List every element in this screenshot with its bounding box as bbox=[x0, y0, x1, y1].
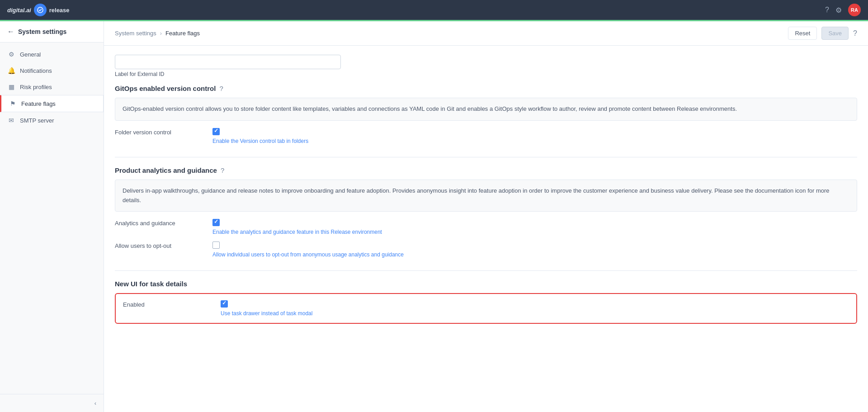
breadcrumb: System settings › Feature flags bbox=[115, 30, 200, 37]
folder-version-control-checkbox[interactable] bbox=[212, 128, 220, 135]
notifications-icon: 🔔 bbox=[7, 67, 15, 74]
analytics-section: Product analytics and guidance ? Deliver… bbox=[115, 166, 857, 258]
sidebar-item-smtp-server[interactable]: ✉ SMTP server bbox=[0, 112, 104, 128]
navbar-left: digital.ai release bbox=[7, 4, 70, 16]
release-label: release bbox=[49, 7, 70, 14]
enabled-row: Enabled Use task drawer instead of task … bbox=[123, 300, 849, 317]
analytics-guidance-control: Enable the analytics and guidance featur… bbox=[212, 219, 382, 235]
user-avatar[interactable]: RA bbox=[848, 4, 861, 16]
analytics-help-icon[interactable]: ? bbox=[221, 166, 224, 174]
help-circle-icon[interactable]: ? bbox=[825, 6, 829, 14]
main-layout: ← System settings ⚙ General 🔔 Notificati… bbox=[0, 21, 868, 412]
content-help-icon[interactable]: ? bbox=[853, 29, 857, 38]
breadcrumb-current: Feature flags bbox=[165, 30, 200, 37]
gitops-description: GitOps-enabled version control allows yo… bbox=[115, 98, 857, 121]
reset-button[interactable]: Reset bbox=[788, 27, 817, 40]
opt-out-checkbox[interactable] bbox=[212, 242, 220, 249]
chevron-left-icon: ‹ bbox=[94, 400, 96, 407]
content-header: System settings › Feature flags Reset Sa… bbox=[104, 21, 868, 46]
navbar-right: ? ⚙ RA bbox=[825, 4, 861, 16]
external-id-input[interactable] bbox=[115, 55, 341, 69]
settings-gear-icon[interactable]: ⚙ bbox=[835, 6, 842, 14]
sidebar-title: System settings bbox=[18, 28, 66, 35]
gitops-section-title: GitOps enabled version control bbox=[115, 85, 216, 92]
opt-out-control: Allow individual users to opt-out from a… bbox=[212, 242, 404, 258]
analytics-section-title: Product analytics and guidance bbox=[115, 166, 217, 174]
sidebar-item-notifications[interactable]: 🔔 Notifications bbox=[0, 62, 104, 79]
header-actions: Reset Save ? bbox=[788, 27, 857, 40]
folder-version-control-control: Enable the Version control tab in folder… bbox=[212, 128, 308, 144]
sidebar-item-risk-profiles[interactable]: ▦ Risk profiles bbox=[0, 79, 104, 95]
opt-out-hint: Allow individual users to opt-out from a… bbox=[212, 251, 404, 258]
content-area: System settings › Feature flags Reset Sa… bbox=[104, 21, 868, 412]
enabled-label: Enabled bbox=[123, 300, 213, 308]
new-ui-section-title: New UI for task details bbox=[115, 280, 187, 288]
analytics-guidance-row: Analytics and guidance Enable the analyt… bbox=[115, 219, 857, 235]
sidebar-item-label: Risk profiles bbox=[20, 84, 52, 90]
external-id-label: Label for External ID bbox=[115, 71, 857, 77]
analytics-description: Delivers in-app walkthroughs, guidance a… bbox=[115, 180, 857, 212]
sidebar-collapse-button[interactable]: ‹ bbox=[0, 394, 104, 412]
brand: digital.ai release bbox=[7, 4, 70, 16]
sidebar-item-label: Feature flags bbox=[21, 100, 56, 107]
sidebar-item-label: Notifications bbox=[20, 67, 52, 74]
analytics-guidance-label: Analytics and guidance bbox=[115, 219, 205, 227]
breadcrumb-parent[interactable]: System settings bbox=[115, 30, 156, 37]
enabled-hint: Use task drawer instead of task modal bbox=[221, 310, 312, 317]
gitops-section: GitOps enabled version control ? GitOps-… bbox=[115, 85, 857, 144]
sidebar-item-general[interactable]: ⚙ General bbox=[0, 46, 104, 62]
save-button[interactable]: Save bbox=[821, 27, 849, 40]
enabled-control: Use task drawer instead of task modal bbox=[221, 300, 312, 317]
folder-version-control-row: Folder version control Enable the Versio… bbox=[115, 128, 857, 144]
new-ui-title-row: New UI for task details bbox=[115, 280, 857, 288]
enabled-checkbox[interactable] bbox=[221, 300, 228, 308]
analytics-guidance-checkbox[interactable] bbox=[212, 219, 220, 226]
risk-profiles-icon: ▦ bbox=[7, 83, 15, 90]
folder-version-control-hint: Enable the Version control tab in folder… bbox=[212, 138, 308, 144]
gitops-help-icon[interactable]: ? bbox=[219, 85, 223, 92]
sidebar-header: ← System settings bbox=[0, 21, 104, 43]
folder-version-control-label: Folder version control bbox=[115, 128, 205, 136]
sidebar-item-label: General bbox=[20, 51, 41, 58]
brand-name: digital.ai bbox=[7, 7, 31, 14]
content-scroll[interactable]: Label for External ID GitOps enabled ver… bbox=[104, 46, 868, 412]
opt-out-label: Allow users to opt-out bbox=[115, 242, 205, 249]
opt-out-row: Allow users to opt-out Allow individual … bbox=[115, 242, 857, 258]
new-ui-highlighted-section: Enabled Use task drawer instead of task … bbox=[115, 293, 857, 324]
general-icon: ⚙ bbox=[7, 51, 15, 58]
new-ui-section: New UI for task details Enabled Use task… bbox=[115, 280, 857, 324]
section-divider-1 bbox=[115, 157, 857, 157]
feature-flags-icon: ⚑ bbox=[9, 100, 17, 107]
sidebar-nav: ⚙ General 🔔 Notifications ▦ Risk profile… bbox=[0, 43, 104, 394]
back-button[interactable]: ← bbox=[7, 28, 14, 36]
breadcrumb-separator: › bbox=[160, 30, 162, 37]
gitops-title-row: GitOps enabled version control ? bbox=[115, 85, 857, 92]
sidebar: ← System settings ⚙ General 🔔 Notificati… bbox=[0, 21, 104, 412]
sidebar-item-label: SMTP server bbox=[20, 117, 54, 124]
brand-icon bbox=[34, 4, 47, 16]
analytics-guidance-hint: Enable the analytics and guidance featur… bbox=[212, 229, 382, 235]
top-input-area: Label for External ID bbox=[115, 55, 857, 77]
sidebar-item-feature-flags[interactable]: ⚑ Feature flags bbox=[0, 95, 104, 112]
navbar: digital.ai release ? ⚙ RA bbox=[0, 0, 868, 20]
smtp-icon: ✉ bbox=[7, 117, 15, 124]
section-divider-2 bbox=[115, 270, 857, 271]
analytics-title-row: Product analytics and guidance ? bbox=[115, 166, 857, 174]
